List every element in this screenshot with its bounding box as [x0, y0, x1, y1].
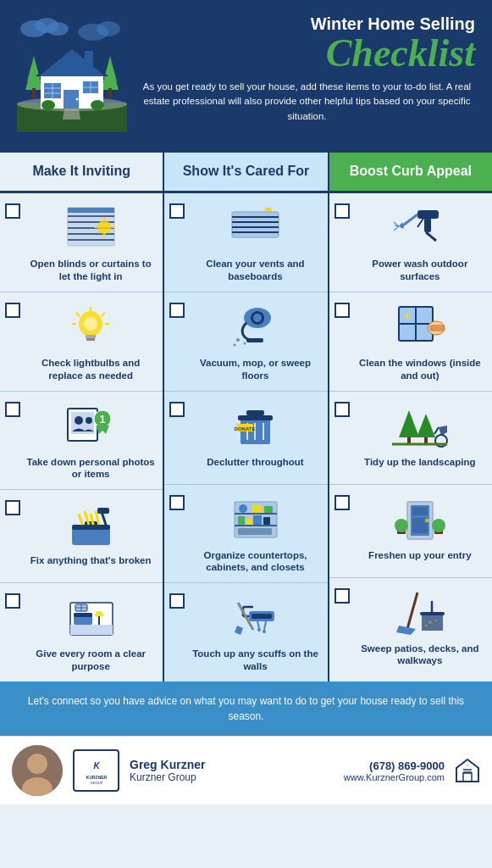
checkbox-1-4[interactable] — [5, 500, 20, 515]
photo-icon: 1 — [61, 400, 120, 451]
checkbox-2-4[interactable] — [169, 495, 185, 510]
header-title-main: Checklist — [139, 34, 475, 73]
agent-info: Greg Kurzner Kurzner Group — [130, 758, 334, 783]
column-headers: Make It Inviting Show It's Cared For Boo… — [0, 153, 492, 193]
svg-point-87 — [253, 314, 262, 322]
svg-rect-70 — [74, 613, 92, 617]
svg-marker-142 — [417, 414, 435, 437]
svg-marker-139 — [399, 410, 419, 437]
checkbox-1-3[interactable] — [5, 402, 20, 417]
svg-point-155 — [432, 519, 445, 532]
svg-rect-109 — [264, 506, 273, 513]
checkbox-3-2[interactable] — [334, 303, 350, 318]
item-label: Open blinds or curtains to let the light… — [25, 258, 156, 283]
svg-line-145 — [434, 427, 439, 434]
svg-point-161 — [435, 620, 438, 622]
agent-avatar — [12, 745, 63, 796]
svg-line-61 — [79, 514, 82, 525]
svg-point-50 — [84, 317, 97, 331]
tools-icon — [61, 498, 120, 549]
powerwash-icon — [390, 202, 450, 253]
svg-point-162 — [425, 625, 428, 627]
checkbox-1-1[interactable] — [5, 203, 20, 219]
item-label: Give every room a clear purpose — [25, 648, 156, 673]
blinds-icon — [61, 202, 120, 253]
svg-rect-103 — [238, 516, 245, 525]
svg-rect-17 — [85, 51, 93, 70]
svg-point-37 — [97, 220, 111, 234]
svg-rect-43 — [86, 335, 96, 338]
svg-marker-157 — [396, 626, 416, 635]
svg-rect-106 — [263, 517, 270, 525]
checkbox-3-1[interactable] — [334, 203, 350, 219]
svg-rect-112 — [252, 614, 272, 619]
checkbox-2-3[interactable] — [169, 402, 185, 417]
svg-point-121 — [263, 630, 266, 633]
col-header-curb: Boost Curb Appeal — [329, 153, 492, 191]
col-cared: Clean your vents and baseboards — [164, 193, 329, 682]
item-label: Sweep patios, decks, and walkways — [355, 643, 485, 668]
checklist-grid: Open blinds or curtains to let the light… — [0, 193, 492, 682]
item-label: Power wash outdoor surfaces — [355, 258, 485, 283]
item-label: Freshen up your entry — [368, 549, 471, 562]
footer-bottom: K KURZNER GROUP Greg Kurzner Kurzner Gro… — [0, 736, 492, 804]
svg-point-29 — [91, 100, 104, 110]
checkbox-1-2[interactable] — [5, 303, 20, 318]
svg-point-153 — [395, 519, 408, 532]
contact-info: (678) 869-9000 www.KurznerGroup.com — [344, 760, 445, 782]
item-label: Declutter throughout — [207, 456, 303, 469]
list-item: Check lightbulbs and replace as needed — [0, 292, 163, 392]
checkbox-1-5[interactable] — [5, 593, 20, 609]
svg-point-53 — [75, 416, 83, 425]
checkbox-2-2[interactable] — [169, 303, 185, 318]
svg-rect-110 — [238, 528, 272, 535]
sweep-icon — [390, 587, 450, 637]
svg-text:K: K — [93, 761, 100, 771]
room-icon — [61, 592, 120, 643]
list-item: DONATE Declutter throughout — [164, 392, 327, 485]
item-label: Organize countertops, cabinets, and clos… — [190, 549, 320, 575]
header-text: Winter Home Selling Checklist As you get… — [139, 14, 475, 124]
svg-point-28 — [41, 100, 55, 110]
svg-rect-123 — [424, 217, 431, 232]
svg-text:GROUP: GROUP — [90, 781, 102, 785]
entry-icon — [390, 493, 450, 544]
svg-point-19 — [76, 98, 79, 101]
svg-rect-31 — [68, 208, 114, 213]
checkbox-3-4[interactable] — [334, 495, 350, 510]
list-item: Fix anything that's broken — [0, 490, 163, 583]
agent-name: Greg Kurzner — [130, 758, 334, 771]
svg-line-124 — [401, 214, 417, 227]
svg-rect-10 — [32, 88, 36, 98]
paint-icon — [225, 592, 285, 643]
svg-rect-68 — [70, 625, 113, 635]
svg-point-160 — [428, 620, 432, 624]
svg-rect-60 — [85, 521, 97, 528]
vents-icon — [225, 202, 285, 253]
list-item: Power wash outdoor surfaces — [329, 193, 492, 292]
svg-rect-170 — [463, 773, 472, 782]
checkbox-2-1[interactable] — [169, 203, 185, 219]
item-label: Touch up any scuffs on the walls — [190, 648, 320, 673]
house-illustration — [17, 14, 127, 136]
window-clean-icon — [390, 301, 450, 352]
item-label: Take down personal photos or items — [25, 456, 156, 481]
svg-rect-135 — [429, 325, 445, 331]
col-curb: Power wash outdoor surfaces — [329, 193, 492, 682]
svg-text:DONATE: DONATE — [235, 426, 256, 431]
list-item: Freshen up your entry — [329, 485, 492, 578]
footer-cta: Let's connect so you have advice on what… — [0, 682, 492, 736]
svg-rect-93 — [238, 415, 273, 420]
svg-marker-117 — [235, 626, 243, 635]
checkbox-3-5[interactable] — [334, 588, 350, 604]
item-label: Clean the windows (inside and out) — [355, 357, 485, 382]
company-name: Kurzner Group — [130, 771, 334, 783]
list-item: Vacuum, mop, or sweep floors — [164, 292, 327, 392]
svg-point-91 — [233, 344, 235, 347]
svg-rect-76 — [232, 212, 279, 237]
checkbox-2-5[interactable] — [169, 593, 185, 609]
svg-rect-88 — [246, 338, 263, 342]
checkbox-3-3[interactable] — [334, 402, 350, 417]
svg-rect-150 — [412, 507, 428, 515]
svg-rect-58 — [72, 528, 110, 545]
